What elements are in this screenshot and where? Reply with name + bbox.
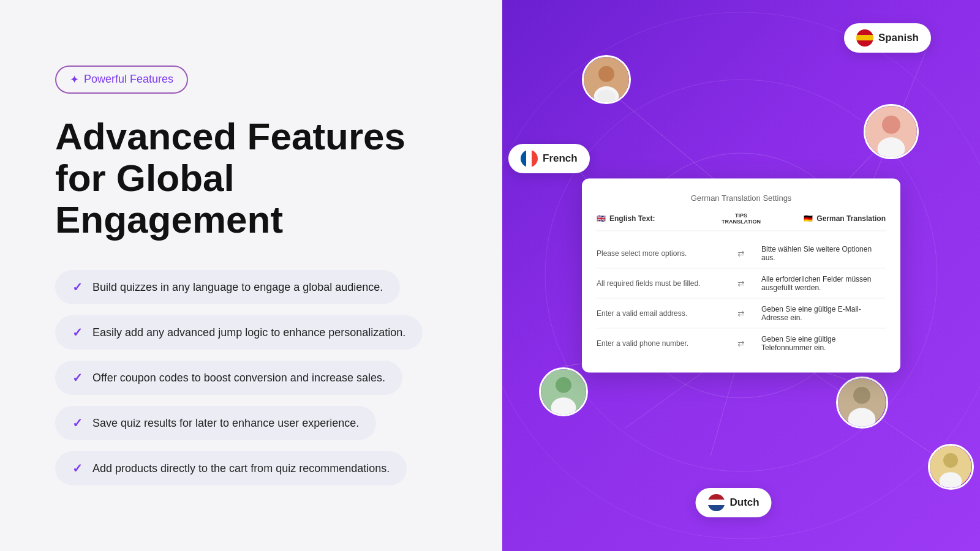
card-header: 🇬🇧 English Text: TIPS TRANSLATION 🇩🇪 Ger… [597,212,886,231]
check-icon: ✓ [72,461,83,476]
english-text: Enter a valid email address. [597,309,721,318]
german-text: Geben Sie eine gültige Telefonnummer ein… [761,335,886,352]
svg-point-23 [853,387,870,404]
right-panel: Spanish French Dutch [502,0,980,551]
check-icon: ✓ [72,370,83,385]
list-item: ✓ Add products directly to the cart from… [55,451,407,485]
list-item: ✓ Offer coupon codes to boost conversion… [55,361,402,395]
translation-card: German Translation Settings 🇬🇧 English T… [582,179,900,373]
list-item: ✓ Build quizzes in any language to engag… [55,270,400,304]
check-icon: ✓ [72,325,83,340]
main-title-line2: for Global Engagement [55,157,447,241]
transfer-icon: ⇄ [726,339,756,348]
powerful-features-badge: ✦ Powerful Features [55,66,188,94]
col-german-label: 🇩🇪 German Translation [761,212,886,225]
svg-point-13 [598,66,614,82]
card-title: German Translation Settings [597,193,886,203]
feature-text: Easily add any advanced jump logic to en… [92,326,405,339]
avatar [539,367,588,416]
english-text: All required fields must be filled. [597,279,721,288]
french-label: French [543,152,578,165]
feature-text: Save quiz results for later to enhance u… [92,417,359,430]
german-text: Geben Sie eine gültige E-Mail-Adresse ei… [761,305,886,322]
english-text: Please select more options. [597,249,721,258]
german-text: Alle erforderlichen Felder müssen ausgef… [761,275,886,292]
uk-flag-icon: 🇬🇧 [597,214,606,223]
svg-point-26 [943,453,958,468]
de-flag-icon: 🇩🇪 [804,214,813,223]
german-text: Bitte wählen Sie weitere Optionen aus. [761,245,886,262]
spanish-language-badge: Spanish [844,23,931,53]
french-language-badge: French [508,144,590,173]
col-tips-label: TIPS TRANSLATION [726,212,756,225]
main-title: Advanced Features for Global Engagement [55,116,447,241]
svg-point-20 [556,377,571,393]
col-english-label: 🇬🇧 English Text: [597,212,721,225]
svg-point-17 [882,116,900,134]
table-row: Enter a valid phone number. ⇄ Geben Sie … [597,329,886,358]
features-list: ✓ Build quizzes in any language to engag… [55,270,447,485]
table-row: Enter a valid email address. ⇄ Geben Sie… [597,299,886,329]
badge-label: Powerful Features [84,73,173,86]
french-flag-icon [521,150,538,167]
dutch-label: Dutch [729,497,759,509]
avatar [836,377,888,429]
spanish-flag-icon [856,29,873,47]
spanish-label: Spanish [878,32,919,44]
avatar [864,104,919,159]
feature-text: Add products directly to the cart from q… [92,462,390,475]
left-panel: ✦ Powerful Features Advanced Features fo… [0,0,502,551]
list-item: ✓ Easily add any advanced jump logic to … [55,315,423,350]
check-icon: ✓ [72,280,83,294]
dutch-flag-icon [707,494,725,511]
check-icon: ✓ [72,416,83,430]
transfer-icon: ⇄ [726,249,756,258]
dutch-language-badge: Dutch [695,488,771,517]
transfer-icon: ⇄ [726,309,756,318]
main-title-line1: Advanced Features [55,116,447,157]
transfer-icon: ⇄ [726,279,756,288]
feature-text: Offer coupon codes to boost conversion a… [92,372,385,384]
table-row: Please select more options. ⇄ Bitte wähl… [597,239,886,269]
avatar [582,55,631,104]
table-row: All required fields must be filled. ⇄ Al… [597,269,886,299]
feature-text: Build quizzes in any language to engage … [92,281,383,294]
list-item: ✓ Save quiz results for later to enhance… [55,406,376,440]
badge-icon: ✦ [70,73,79,86]
english-text: Enter a valid phone number. [597,339,721,348]
avatar [928,444,974,490]
